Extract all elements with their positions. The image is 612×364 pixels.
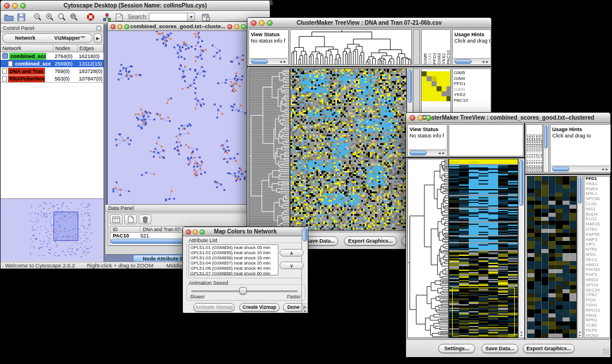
gene-label[interactable]: YSH1: [584, 303, 610, 308]
splitter-strip[interactable]: [413, 29, 420, 65]
scroll-arrows[interactable]: ▲▼: [577, 330, 582, 337]
gene-label[interactable]: FIG4: [584, 298, 610, 303]
hscrollbar[interactable]: ◀ ▶: [551, 166, 610, 171]
hscrollbar[interactable]: ◀ ▶: [250, 58, 288, 64]
gene-label[interactable]: YKE2: [453, 92, 491, 98]
attribute-item[interactable]: GPL51-07 (GSM868) heat shock 60 min: [189, 271, 278, 275]
gene-label[interactable]: RPO21: [584, 308, 610, 313]
minimize-icon[interactable]: [234, 24, 239, 29]
column-label[interactable]: GIM3: [437, 53, 441, 64]
move-up-button[interactable]: ∧: [280, 249, 304, 256]
gene-label[interactable]: HRD3: [584, 278, 610, 283]
search-dropdown-icon[interactable]: ▼: [187, 13, 194, 21]
treeview-button[interactable]: Export Graphics...: [344, 236, 397, 246]
gene-label[interactable]: CPA2: [584, 293, 610, 298]
move-down-button[interactable]: ∨: [280, 262, 304, 269]
column-label[interactable]: PFD1: [432, 53, 437, 64]
vscrollbar[interactable]: ▲▼: [518, 159, 525, 338]
gene-label[interactable]: NIS1: [584, 207, 610, 212]
speed-slider-thumb[interactable]: [239, 287, 247, 294]
gene-label[interactable]: GTB1: [584, 227, 610, 232]
select-attributes-icon[interactable]: [110, 214, 123, 224]
gene-label[interactable]: SEC1: [584, 258, 610, 263]
close-icon[interactable]: [186, 229, 191, 235]
column-header[interactable]: Edges: [78, 45, 104, 52]
search-input[interactable]: [150, 14, 186, 20]
scroll-arrows[interactable]: ◀ ▶: [482, 60, 490, 63]
network-table-row[interactable]: combined_scores 2764(0) 16218(0): [1, 52, 104, 60]
scroll-thumb[interactable]: [410, 151, 427, 155]
gene-label[interactable]: RPN1: [584, 318, 610, 323]
new-attribute-icon[interactable]: [124, 214, 137, 224]
tv1-heatmap[interactable]: [290, 69, 406, 230]
resize-grip[interactable]: [300, 305, 307, 312]
zoom-window-icon[interactable]: [200, 229, 205, 235]
scroll-thumb[interactable]: [519, 160, 523, 206]
help-lifebuoy-icon[interactable]: [85, 12, 97, 22]
gene-label[interactable]: HMG1: [584, 263, 610, 268]
gene-label[interactable]: GIM4: [453, 76, 491, 82]
gene-label[interactable]: HAP3: [584, 237, 610, 243]
zoom-window-icon[interactable]: [20, 3, 26, 9]
column-label[interactable]: GIM4: [427, 53, 432, 64]
create-vizmap-button[interactable]: Create Vizmap: [239, 303, 280, 312]
column-header[interactable]: Network: [1, 45, 53, 52]
gene-label[interactable]: RNR4: [584, 187, 610, 192]
treeview-button[interactable]: Export Graphics...: [523, 344, 575, 353]
zoom-window-icon[interactable]: [426, 115, 431, 121]
birdseye-canvas[interactable]: [1, 199, 103, 261]
hscrollbar[interactable]: ◀ ▶: [408, 150, 446, 155]
zoom-window-icon[interactable]: [241, 24, 246, 29]
tv2-row-dendrogram[interactable]: [408, 159, 448, 338]
animate-vizmap-button[interactable]: Animate Vizmap: [193, 303, 235, 312]
tab-item[interactable]: VizMapper™: [48, 34, 93, 43]
gene-label[interactable]: GIM5: [453, 70, 491, 76]
close-icon[interactable]: [410, 115, 415, 121]
gene-label[interactable]: MON2: [584, 334, 610, 338]
zoom-in-icon[interactable]: [44, 12, 56, 22]
treeview-button[interactable]: Save Data...: [481, 344, 518, 353]
gene-label[interactable]: BUD4: [584, 212, 610, 217]
float-panel-icon[interactable]: [97, 26, 101, 30]
gene-label[interactable]: NTR2: [584, 247, 610, 252]
treeview-button[interactable]: Settings...: [438, 344, 475, 353]
close-icon[interactable]: [251, 20, 257, 26]
close-icon[interactable]: [4, 3, 10, 9]
zoom-window-icon[interactable]: [124, 24, 129, 29]
attribute-item[interactable]: GPL51-04 (GSM857) heat shock 20 min: [189, 260, 278, 266]
zoom-selected-icon[interactable]: [56, 12, 68, 22]
dialog-titlebar[interactable]: Map Colors to Network: [183, 227, 308, 236]
column-label[interactable]: PAC10: [446, 50, 450, 64]
attribute-item[interactable]: GPL51-01 (GSM854) heat shock 05 min: [189, 245, 278, 250]
scroll-thumb[interactable]: [251, 59, 268, 64]
column-header[interactable]: Nodes: [53, 45, 78, 52]
scroll-arrows[interactable]: ◀ ▶: [602, 167, 610, 171]
tv1-row-dendrogram[interactable]: [249, 69, 289, 230]
close-icon[interactable]: [110, 24, 116, 29]
tv1-global-heatmap[interactable]: [422, 71, 451, 101]
scroll-thumb[interactable]: [552, 167, 569, 171]
scroll-arrows[interactable]: ◀ ▶: [280, 60, 288, 63]
gene-label[interactable]: VIP1: [584, 242, 610, 247]
column-label[interactable]: GPL51-08 (GSM872): [540, 134, 542, 172]
vscrollbar[interactable]: [543, 124, 549, 173]
gene-label[interactable]: PFD1: [584, 177, 610, 182]
gene-label[interactable]: GPI16: [584, 283, 610, 288]
gene-label[interactable]: MAK31: [584, 222, 610, 227]
close-icon[interactable]: [227, 24, 232, 29]
gene-label[interactable]: PAC10: [453, 98, 491, 104]
save-icon[interactable]: [15, 12, 27, 22]
scroll-thumb[interactable]: [408, 70, 412, 103]
zoom-fit-icon[interactable]: [68, 12, 80, 22]
column-header[interactable]: ID: [110, 227, 140, 232]
column-dendrogram-panel[interactable]: [449, 124, 523, 156]
delete-attribute-icon[interactable]: [139, 214, 151, 224]
vscrollbar[interactable]: ▲▼: [577, 176, 583, 338]
attribute-item[interactable]: GPL51-06 (GSM865) heat shock 40 min: [189, 266, 278, 271]
hscrollbar[interactable]: ◀ ▶: [453, 58, 490, 64]
open-file-icon[interactable]: [3, 12, 15, 22]
treeview1-titlebar[interactable]: ClusterMaker TreeView : DNA and Tran 07-…: [247, 18, 491, 28]
scroll-thumb[interactable]: [544, 125, 548, 148]
tab-overflow-button[interactable]: ▶: [94, 33, 102, 43]
gene-label[interactable]: PFD1: [453, 81, 491, 87]
